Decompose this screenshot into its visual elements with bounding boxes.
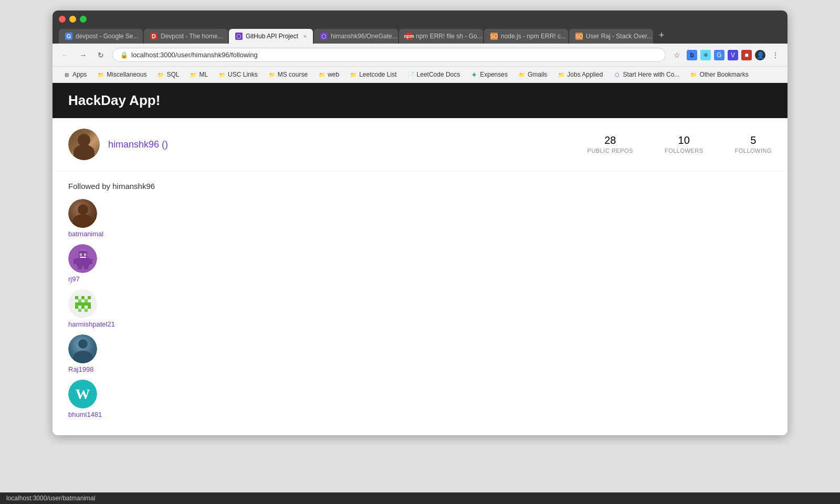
close-button[interactable] (59, 16, 66, 23)
ext-icon-react[interactable]: ⚛ (700, 50, 711, 60)
url-bar[interactable]: 🔒 localhost:3000/user/himanshk96/followi… (112, 48, 666, 62)
tab-favicon-1: G (65, 33, 72, 40)
user-link-harmishpatel21[interactable]: harmishpatel21 (68, 320, 115, 328)
bookmark-apps-label: Apps (72, 71, 87, 78)
svg-rect-0 (77, 258, 89, 266)
bookmark-leetcode-list-label: Leetcode List (359, 71, 396, 78)
harmishpatel21-avatar-svg (72, 293, 94, 315)
ext-icon-avatar[interactable]: 👤 (755, 50, 765, 60)
tab-close-3[interactable]: × (301, 33, 309, 40)
stat-following: 5 FOLLOWING (734, 134, 772, 154)
tab-7[interactable]: SO User Raj - Stack Over... × (569, 29, 653, 44)
svg-rect-4 (80, 254, 81, 255)
bookmark-other[interactable]: 📁 Other Bookmarks (686, 69, 752, 80)
misc-icon: 📁 (97, 71, 104, 78)
svg-rect-15 (88, 296, 91, 299)
following-item-raj1998[interactable]: Raj1998 (68, 334, 772, 373)
svg-rect-20 (81, 306, 85, 309)
tab-close-1[interactable]: × (141, 33, 143, 40)
user-link-bhumi1481[interactable]: bhumi1481 (68, 411, 102, 418)
user-link-rj97[interactable]: rj97 (68, 275, 80, 283)
svg-rect-12 (84, 266, 88, 269)
lock-icon: 🔒 (120, 51, 128, 59)
following-item-rj97[interactable]: rj97 (68, 244, 772, 283)
bookmark-ml-label: ML (199, 71, 208, 78)
tab-label-7: User Raj - Stack Over... (586, 33, 652, 40)
bookmark-sql[interactable]: 📁 SQL (153, 69, 183, 80)
tab-3[interactable]: ⬡ GitHub API Project × (229, 29, 313, 44)
bookmark-misc[interactable]: 📁 Miscellaneous (93, 69, 151, 80)
bookmark-star-icon[interactable]: ☆ (671, 49, 682, 61)
user-name-link[interactable]: himanshk96 () (108, 139, 168, 150)
bookmark-ml[interactable]: 📁 ML (185, 69, 212, 80)
following-label: FOLLOWING (734, 148, 772, 154)
rj97-avatar-svg (72, 248, 93, 269)
user-avatar (68, 129, 100, 160)
svg-rect-16 (78, 299, 81, 302)
following-item-bhumi1481[interactable]: W bhumi1481 (68, 380, 772, 418)
bookmark-leetcode-list[interactable]: 📁 Leetcode List (345, 69, 401, 80)
tab-favicon-4: ⬡ (320, 33, 328, 40)
ext-icon-1[interactable]: b (687, 50, 697, 60)
svg-rect-8 (81, 249, 85, 250)
svg-rect-23 (85, 309, 88, 312)
new-tab-button[interactable]: + (654, 28, 669, 43)
apps-bookmark-icon: ⊞ (63, 71, 70, 78)
tab-favicon-6: SO (490, 33, 498, 40)
bookmark-gmails[interactable]: 📁 Gmails (514, 69, 551, 80)
tab-1[interactable]: G devpost - Google Se... × (59, 29, 143, 44)
back-button[interactable]: ← (59, 49, 71, 61)
avatar-bhumi1481: W (68, 380, 97, 408)
following-item-batmanimal[interactable]: batmanimal (68, 199, 772, 238)
ext-icon-red[interactable]: ■ (741, 50, 752, 60)
following-section-title: Followed by himanshk96 (68, 182, 772, 191)
reload-button[interactable]: ↻ (94, 49, 107, 61)
user-link-raj1998[interactable]: Raj1998 (68, 365, 93, 373)
more-options-icon[interactable]: ⋮ (770, 49, 781, 61)
expenses-icon: ✚ (470, 71, 478, 78)
minimize-button[interactable] (69, 16, 76, 23)
bookmark-leetcode-docs-label: LeetCode Docs (417, 71, 460, 78)
app-header: HackDay App! (52, 83, 788, 118)
following-item-harmishpatel21[interactable]: harmishpatel21 (68, 289, 772, 328)
ext-icon-g[interactable]: G (714, 50, 724, 60)
tab-favicon-7: SO (575, 33, 583, 40)
bookmark-usc[interactable]: 📁 USC Links (214, 69, 262, 80)
svg-rect-21 (88, 306, 91, 309)
leetcode-list-icon: 📁 (350, 71, 357, 78)
bookmark-ms[interactable]: 📁 MS course (264, 69, 312, 80)
public-repos-value: 28 (587, 134, 633, 146)
bookmark-misc-label: Miscellaneous (107, 71, 146, 78)
bookmark-apps[interactable]: ⊞ Apps (59, 69, 91, 80)
tab-2[interactable]: D Devpost - The home... × (144, 29, 228, 44)
ext-icon-v[interactable]: V (728, 50, 738, 60)
tabs-bar: G devpost - Google Se... × D Devpost - T… (59, 28, 781, 44)
avatar-rj97 (68, 244, 97, 273)
svg-rect-6 (80, 257, 86, 258)
tab-favicon-3: ⬡ (235, 33, 243, 40)
usc-icon: 📁 (218, 71, 226, 78)
app-title: HackDay App! (68, 92, 772, 109)
bookmark-expenses[interactable]: ✚ Expenses (466, 69, 512, 80)
avatar-raj1998 (68, 334, 97, 363)
tab-close-2[interactable]: × (226, 33, 228, 40)
bookmark-web[interactable]: 📁 web (314, 69, 343, 80)
user-link-batmanimal[interactable]: batmanimal (68, 230, 103, 238)
tab-label-6: node.js - npm ERR! c... (501, 33, 566, 40)
following-section: Followed by himanshk96 batmanimal (52, 171, 788, 435)
bookmark-start-here-label: Start Here with Co... (623, 71, 679, 78)
svg-rect-5 (85, 254, 86, 255)
tab-6[interactable]: SO node.js - npm ERR! c... × (484, 29, 568, 44)
tab-5[interactable]: npm npm ERR! file sh - Go... × (399, 29, 483, 44)
tab-4[interactable]: ⬡ himanshk96/OneGate... × (314, 29, 398, 44)
followers-value: 10 (665, 134, 704, 146)
traffic-lights (59, 16, 781, 23)
stat-followers: 10 FOLLOWERS (665, 134, 704, 154)
bookmark-jobs[interactable]: 📁 Jobs Applied (553, 69, 607, 80)
following-list: batmanimal (68, 199, 772, 425)
bookmark-start-here[interactable]: ⬡ Start Here with Co... (609, 69, 684, 80)
tab-favicon-2: D (150, 33, 158, 40)
bookmark-leetcode-docs[interactable]: 📄 LeetCode Docs (403, 69, 465, 80)
maximize-button[interactable] (80, 16, 87, 23)
forward-button[interactable]: → (77, 49, 89, 61)
